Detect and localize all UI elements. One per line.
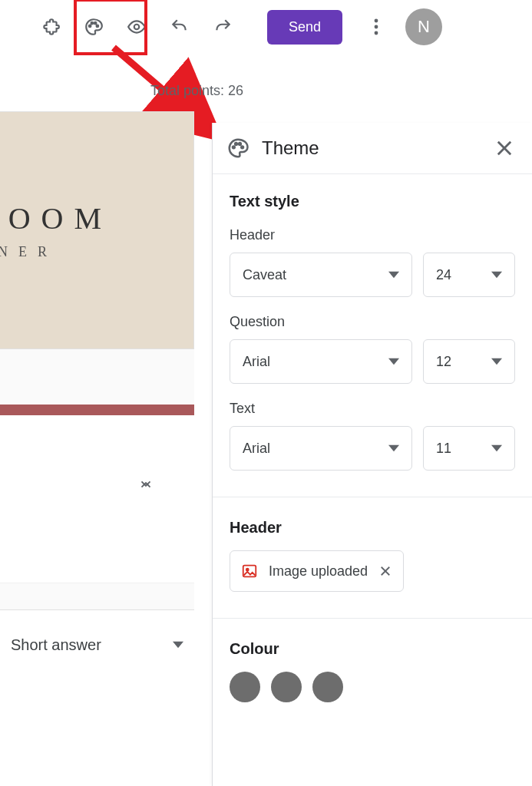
caret-down-icon bbox=[388, 356, 399, 367]
theme-panel-header: Theme bbox=[213, 123, 532, 174]
question-font-value: Arial bbox=[243, 354, 270, 370]
total-points-label: Total points: 26 bbox=[150, 83, 243, 99]
svg-point-9 bbox=[233, 146, 235, 148]
colour-swatch[interactable] bbox=[312, 672, 343, 702]
collapse-icon bbox=[137, 476, 154, 493]
text-style-heading: Text style bbox=[230, 193, 515, 210]
form-header-image[interactable]: ROOM GNER bbox=[0, 111, 194, 349]
svg-point-5 bbox=[375, 19, 378, 23]
question-size-value: 12 bbox=[436, 354, 451, 370]
header-font-label: Header bbox=[230, 227, 515, 243]
account-avatar[interactable]: N bbox=[405, 8, 442, 45]
colour-swatch[interactable] bbox=[230, 672, 260, 702]
header-font-select[interactable]: Caveat bbox=[230, 253, 412, 297]
caret-down-icon bbox=[173, 639, 183, 650]
theme-panel-title: Theme bbox=[262, 137, 494, 159]
header-section-heading: Header bbox=[230, 519, 515, 537]
svg-point-10 bbox=[235, 143, 237, 145]
header-image-chip-label: Image uploaded bbox=[269, 563, 368, 580]
addons-button[interactable] bbox=[29, 5, 72, 48]
svg-point-7 bbox=[375, 31, 378, 35]
caret-down-icon bbox=[388, 443, 399, 454]
palette-icon bbox=[226, 137, 249, 160]
header-size-value: 24 bbox=[436, 267, 451, 283]
text-size-value: 11 bbox=[436, 441, 451, 457]
theme-panel: Theme Text style Header Caveat 24 Questi… bbox=[212, 123, 532, 786]
question-type-select[interactable]: Short answer bbox=[0, 609, 194, 679]
caret-down-icon bbox=[491, 356, 502, 367]
colour-heading: Colour bbox=[230, 640, 515, 658]
form-subtitle-fragment: GNER bbox=[0, 244, 58, 260]
undo-button[interactable] bbox=[158, 5, 201, 48]
svg-point-12 bbox=[241, 146, 243, 148]
text-font-select[interactable]: Arial bbox=[230, 426, 412, 471]
svg-point-6 bbox=[375, 25, 378, 29]
undo-icon bbox=[170, 17, 190, 37]
annotation-highlight-box bbox=[74, 0, 147, 55]
more-options-button[interactable] bbox=[358, 8, 395, 45]
question-size-select[interactable]: 12 bbox=[423, 339, 515, 384]
more-vertical-icon bbox=[374, 18, 378, 36]
form-title-fragment: ROOM bbox=[0, 200, 112, 236]
question-font-select[interactable]: Arial bbox=[230, 339, 412, 384]
puzzle-icon bbox=[41, 17, 61, 37]
close-theme-panel-button[interactable] bbox=[494, 137, 515, 159]
svg-point-11 bbox=[239, 143, 241, 145]
form-accent-bar bbox=[0, 405, 194, 415]
form-canvas: ROOM GNER Short answer bbox=[0, 111, 194, 679]
caret-down-icon bbox=[491, 443, 502, 454]
header-font-value: Caveat bbox=[243, 267, 286, 283]
question-type-label: Short answer bbox=[11, 636, 101, 654]
text-font-label: Text bbox=[230, 401, 515, 417]
colour-swatches bbox=[230, 672, 515, 702]
text-size-select[interactable]: 11 bbox=[423, 426, 515, 471]
question-font-label: Question bbox=[230, 314, 515, 330]
section-collapse-toggle[interactable] bbox=[0, 461, 194, 507]
remove-header-image-button[interactable] bbox=[378, 564, 392, 578]
caret-down-icon bbox=[491, 269, 502, 280]
redo-icon bbox=[213, 17, 233, 37]
colour-swatch[interactable] bbox=[271, 672, 302, 702]
svg-point-16 bbox=[246, 569, 249, 571]
text-font-value: Arial bbox=[243, 441, 270, 457]
header-size-select[interactable]: 24 bbox=[423, 253, 515, 297]
redo-button[interactable] bbox=[201, 5, 244, 48]
caret-down-icon bbox=[388, 269, 399, 280]
header-image-chip[interactable]: Image uploaded bbox=[230, 550, 404, 592]
image-icon bbox=[241, 563, 258, 580]
send-button[interactable]: Send bbox=[267, 10, 342, 45]
